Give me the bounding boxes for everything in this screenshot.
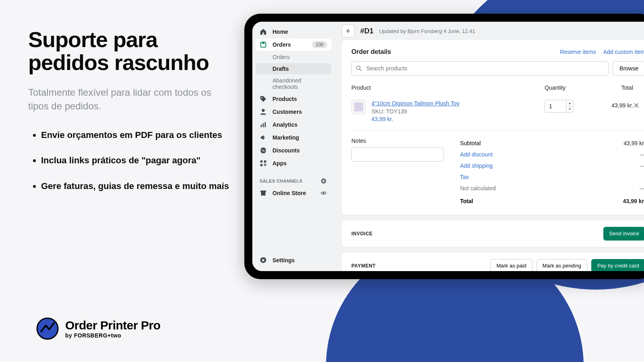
sidebar-item-customers[interactable]: Customers (256, 106, 331, 118)
sidebar-item-label: Apps (272, 160, 287, 167)
sidebar-item-products[interactable]: Products (256, 93, 331, 105)
sidebar-item-label: Products (272, 96, 297, 102)
search-input[interactable] (351, 61, 609, 76)
person-icon (260, 108, 267, 115)
feature-item: Gere faturas, guias de remessa e muito m… (41, 180, 229, 192)
tax-link[interactable]: Tax (460, 174, 644, 180)
line-item-row: 4"10cm Digimon Tailmon Plush Toy SKU: TO… (351, 97, 644, 130)
tag-icon (260, 95, 267, 103)
product-unit-price: 43,99 kr. (372, 115, 545, 123)
svg-point-12 (323, 192, 324, 193)
sidebar-item-label: Orders (272, 41, 291, 48)
page-header: #D1 Updated by Bjorn Forsberg 4 June, 12… (334, 22, 644, 40)
pay-by-credit-card-button[interactable]: Pay by credit card (591, 259, 644, 271)
quantity-input[interactable] (545, 103, 564, 109)
add-shipping-link[interactable]: Add shipping (460, 162, 640, 169)
svg-rect-4 (261, 125, 262, 127)
line-total: 43,99 kr. (589, 100, 633, 109)
subtotal-value: 43,99 kr. (623, 140, 644, 146)
sidebar-item-label: Discounts (272, 147, 300, 154)
product-thumbnail (351, 100, 366, 114)
megaphone-icon (260, 134, 267, 141)
product-name-link[interactable]: 4"10cm Digimon Tailmon Plush Toy (372, 100, 545, 108)
svg-rect-8 (260, 160, 262, 162)
invoice-card: INVOICE Send invoice (342, 220, 644, 247)
eye-icon[interactable] (320, 189, 327, 197)
svg-text:%: % (262, 149, 264, 152)
reserve-items-link[interactable]: Reserve items (560, 49, 596, 55)
mark-paid-button[interactable]: Mark as paid (490, 259, 532, 271)
payment-card: PAYMENT Mark as paid Mark as pending Pay… (342, 253, 644, 271)
col-product: Product (351, 84, 545, 91)
feature-item: Inclua links práticos de "pagar agora" (41, 154, 229, 167)
order-number: #D1 (360, 27, 374, 35)
browse-button[interactable]: Browse (613, 61, 644, 76)
sidebar-item-home[interactable]: Home (256, 26, 331, 38)
qty-down[interactable]: ▼ (566, 106, 573, 113)
svg-point-14 (357, 66, 360, 70)
svg-rect-5 (263, 123, 264, 127)
feature-list: Envie orçamentos em PDF para os clientes… (28, 129, 229, 192)
sidebar-sub-abandoned[interactable]: Abandoned checkouts (256, 75, 331, 93)
product-search[interactable] (351, 61, 609, 76)
sidebar-item-discounts[interactable]: % Discounts (256, 144, 331, 156)
subheadline: Totalmente flexível para lidar com todos… (28, 86, 229, 113)
sidebar-item-analytics[interactable]: Analytics (256, 119, 331, 131)
search-icon (355, 65, 363, 72)
marketing-panel: Suporte para pedidos rascunho Totalmente… (28, 28, 229, 206)
total-value: 43,99 kr. (623, 198, 644, 204)
apps-icon (260, 160, 267, 167)
sidebar-sub-drafts[interactable]: Drafts (256, 63, 331, 74)
feature-item: Envie orçamentos em PDF para os clientes (41, 129, 229, 141)
sidebar-sub-orders[interactable]: Orders (256, 51, 331, 63)
col-quantity: Quantity (545, 84, 589, 91)
notes-input[interactable] (351, 147, 444, 162)
svg-point-2 (261, 97, 262, 98)
svg-rect-6 (265, 122, 266, 128)
col-total: Total (589, 84, 633, 91)
sidebar-item-label: Settings (272, 257, 295, 263)
remove-line-button[interactable] (633, 100, 644, 109)
notes-label: Notes (351, 138, 444, 144)
gear-icon (260, 257, 267, 264)
sidebar-item-online-store[interactable]: Online Store (256, 187, 331, 199)
payment-title: PAYMENT (351, 263, 376, 269)
product-sku: SKU: TOY139 (372, 108, 545, 116)
store-icon (260, 189, 267, 197)
product-byline: by FORSBERG+two (65, 332, 161, 339)
tax-not-calculated: Not calculated (460, 185, 640, 191)
sidebar-section-sales-channels: SALES CHANNELS (256, 170, 331, 187)
tablet-frame: Home Orders 200 Orders Drafts Abandoned … (244, 14, 644, 279)
sidebar-item-marketing[interactable]: Marketing (256, 132, 331, 144)
svg-point-3 (262, 109, 264, 112)
qty-up[interactable]: ▲ (566, 100, 573, 106)
product-logo: Order Printer Pro by FORSBERG+two (36, 317, 161, 340)
add-discount-link[interactable]: Add discount (460, 151, 640, 158)
app-screen: Home Orders 200 Orders Drafts Abandoned … (252, 22, 644, 271)
shipping-value: — (640, 162, 644, 169)
svg-point-13 (262, 259, 264, 261)
add-channel-button[interactable] (320, 177, 327, 185)
notes-section: Notes (351, 138, 444, 207)
back-button[interactable] (342, 25, 355, 37)
add-custom-item-link[interactable]: Add custom item (603, 49, 644, 55)
mark-pending-button[interactable]: Mark as pending (537, 259, 587, 271)
headline: Suporte para pedidos rascunho (28, 28, 229, 74)
total-label: Total (460, 198, 623, 204)
sidebar-item-label: Customers (272, 109, 302, 115)
svg-rect-10 (260, 164, 262, 166)
sidebar-item-orders[interactable]: Orders 200 (256, 39, 331, 51)
sidebar-item-settings[interactable]: Settings (256, 254, 331, 266)
send-invoice-button[interactable]: Send invoice (603, 227, 644, 241)
logo-icon (36, 317, 59, 340)
sidebar-item-label: Marketing (272, 134, 299, 141)
quantity-stepper[interactable]: ▲ ▼ (545, 100, 574, 113)
svg-rect-9 (264, 160, 266, 162)
tax-value: — (640, 185, 644, 191)
discount-value: — (640, 151, 644, 158)
invoice-title: INVOICE (351, 231, 373, 237)
sidebar-item-apps[interactable]: Apps (256, 157, 331, 169)
line-items-header: Product Quantity Total (351, 81, 644, 97)
card-title: Order details (351, 48, 391, 56)
subtotal-label: Subtotal (460, 140, 623, 146)
